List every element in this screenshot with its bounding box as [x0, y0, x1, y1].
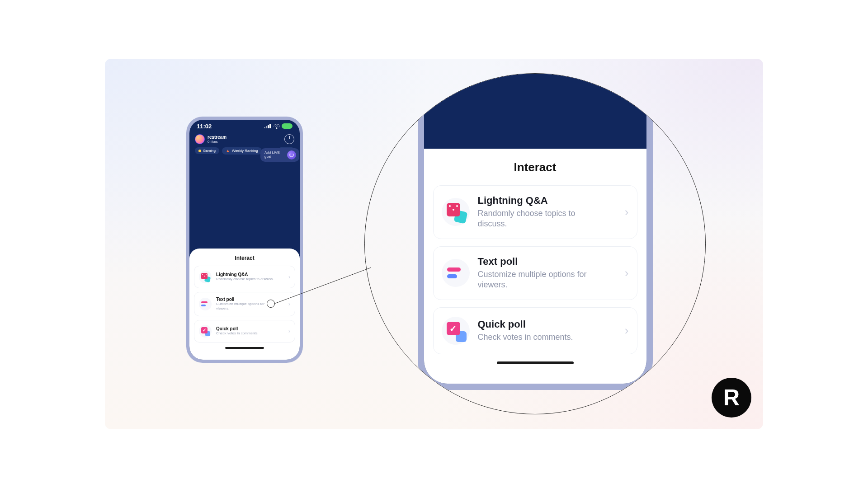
- chevron-right-icon: ›: [625, 205, 629, 219]
- mag-card-lightning-qa[interactable]: Lightning Q&A Randomly choose topics to …: [433, 185, 637, 239]
- chevron-right-icon: ›: [625, 324, 629, 338]
- profile-row: restream 0 likes: [189, 132, 300, 147]
- phone-frame: 11:02 restream 0 likes: [186, 117, 303, 363]
- card-desc: Randomly choose topics to discuss.: [478, 208, 604, 230]
- leader-line: [274, 267, 371, 304]
- status-right: [264, 123, 292, 129]
- card-title: Quick poll: [216, 326, 259, 331]
- sheet-title: Interact: [194, 255, 295, 261]
- wifi-icon: [273, 124, 280, 129]
- magnifier-sheet-title: Interact: [433, 160, 637, 174]
- profile-name: restream: [208, 135, 226, 140]
- card-title: Text poll: [216, 297, 275, 302]
- avatar[interactable]: [195, 134, 205, 144]
- goal-icon: [287, 150, 296, 160]
- card-quick-poll[interactable]: ✓ Quick poll Check votes in comments. ›: [194, 320, 295, 343]
- dice-icon: [199, 271, 212, 283]
- power-icon[interactable]: [284, 134, 294, 144]
- brand-letter: R: [723, 385, 740, 411]
- profile-likes: 0 likes: [208, 140, 226, 144]
- mag-card-text-poll[interactable]: Text poll Customize multiple options for…: [433, 246, 637, 300]
- interact-sheet: Interact Lightning Q&A Randomly choose t…: [189, 249, 300, 360]
- magnifier-sheet: Interact Lightning Q&A Randomly choose t…: [424, 149, 646, 384]
- tag-ranking[interactable]: ▲ Weekly Ranking: [222, 147, 262, 155]
- magnifier-phone-frame: Interact Lightning Q&A Randomly choose t…: [418, 73, 653, 390]
- chevron-right-icon: ›: [288, 328, 290, 334]
- live-goal-pill[interactable]: Add LIVE goal: [260, 148, 299, 162]
- magnifier-phone-screen: Interact Lightning Q&A Randomly choose t…: [424, 73, 646, 384]
- card-title: Quick poll: [478, 319, 573, 330]
- bars-icon: [442, 259, 470, 287]
- card-desc: Check votes in comments.: [216, 331, 259, 336]
- mag-card-quick-poll[interactable]: ✓ Quick poll Check votes in comments. ›: [433, 307, 637, 354]
- battery-icon: [282, 123, 292, 129]
- card-desc: Customize multiple options for viewers.: [478, 269, 604, 291]
- gaming-dot-icon: [198, 150, 201, 152]
- home-indicator: [225, 347, 264, 349]
- home-indicator: [497, 361, 574, 364]
- profile-text: restream 0 likes: [208, 135, 226, 144]
- brand-badge: R: [712, 378, 751, 418]
- card-title: Lightning Q&A: [478, 195, 604, 206]
- phone-screen: 11:02 restream 0 likes: [189, 120, 300, 360]
- card-title: Text poll: [478, 256, 604, 267]
- chevron-right-icon: ›: [625, 266, 629, 280]
- tag-gaming-label: Gaming: [203, 149, 216, 153]
- card-desc: Customize multiple options for viewers.: [216, 302, 275, 311]
- status-time: 11:02: [197, 123, 212, 130]
- check-icon: ✓: [199, 325, 212, 338]
- card-desc: Randomly choose topics to discuss.: [216, 277, 274, 282]
- live-goal-label: Add LIVE goal: [264, 151, 284, 159]
- card-title: Lightning Q&A: [216, 272, 274, 277]
- lens-marker: [267, 300, 275, 308]
- bars-icon: [199, 298, 212, 310]
- tag-ranking-label: Weekly Ranking: [232, 149, 258, 153]
- artboard: 11:02 restream 0 likes: [105, 59, 763, 429]
- check-icon: ✓: [442, 317, 470, 345]
- dice-icon: [442, 198, 470, 226]
- cellular-icon: [264, 124, 271, 128]
- magnifier-circle: Interact Lightning Q&A Randomly choose t…: [364, 73, 706, 414]
- tag-gaming[interactable]: Gaming: [195, 147, 219, 154]
- status-bar: 11:02: [189, 120, 300, 132]
- svg-line-0: [274, 267, 371, 304]
- flame-icon: ▲: [226, 149, 230, 153]
- card-desc: Check votes in comments.: [478, 332, 573, 343]
